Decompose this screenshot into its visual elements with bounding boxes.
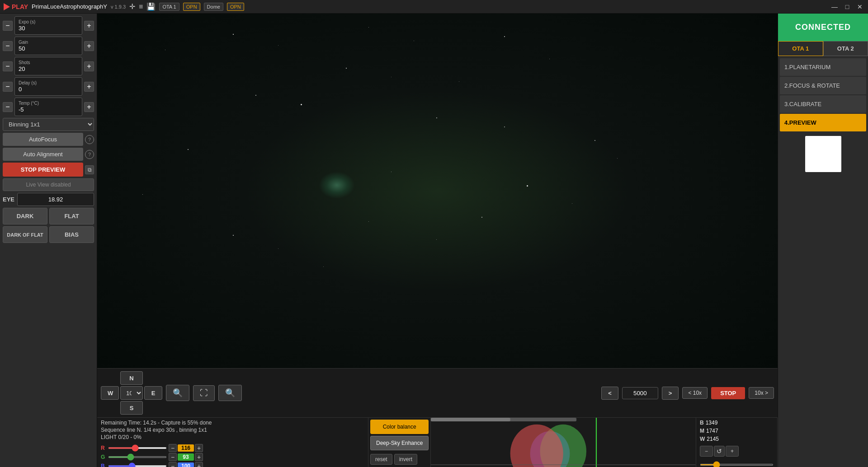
ten-less-button[interactable]: < 10x (682, 387, 708, 399)
autofocus-info-icon[interactable]: ? (85, 135, 94, 144)
ota2-tab[interactable]: OTA 2 (823, 41, 868, 56)
settings-icon[interactable]: ≡ (139, 3, 143, 11)
center-area: N W 101550100 E S 🔍 ⛶ 🔍 < (97, 14, 778, 467)
expo-control: − Expo (s) 30 + (3, 16, 94, 35)
autofocus-button[interactable]: AutoFocus (3, 133, 83, 146)
g-plus-button[interactable]: + (195, 453, 203, 461)
binning-select[interactable]: Binning 1x1 Binning 2x2 Binning 3x3 Binn… (3, 118, 94, 131)
dark-button[interactable]: DARK (3, 208, 47, 224)
m-stat-label: M (700, 428, 704, 434)
expo-minus-button[interactable]: − (3, 21, 13, 31)
r-value-wrap: − 116 + (169, 444, 203, 452)
status-text-area: Remaining Time: 14.2s - Capture is 55% d… (97, 418, 368, 467)
eye-value: 18.92 (17, 193, 94, 206)
live-view-button[interactable]: Live View disabled (3, 178, 94, 191)
temp-plus-button[interactable]: + (84, 102, 94, 112)
r-plus-button[interactable]: + (195, 444, 203, 452)
zoom-in-button[interactable]: 🔍 (166, 385, 189, 401)
minimize-button[interactable]: — (830, 2, 839, 11)
starfield (97, 14, 778, 368)
bottom-range-slider[interactable] (700, 464, 774, 466)
nav-controls: N W 101550100 E S 🔍 ⛶ 🔍 < (97, 368, 778, 417)
reset-button[interactable]: reset (370, 454, 392, 465)
goto-right-button[interactable]: > (662, 387, 679, 400)
b-slider[interactable] (108, 465, 167, 467)
b-stat-row: B 1349 (700, 420, 774, 426)
app-name: PrimaLuceAstrophotographY (32, 3, 107, 10)
rgb-sliders: R − 116 + G − 93 (101, 441, 364, 467)
b-stat-label: B (700, 420, 704, 426)
dome-badge[interactable]: Dome (204, 3, 223, 11)
b-value-wrap: − 100 + (169, 462, 203, 467)
temp-control: − Temp (°C) -5 + (3, 98, 94, 116)
light-progress-text: LIGHT 0/20 - 0% (101, 434, 364, 440)
fullscreen-button[interactable]: ⛶ (193, 385, 215, 401)
bias-button[interactable]: BIAS (49, 226, 94, 243)
dark-of-flat-button[interactable]: DARK OF FLAT (3, 226, 47, 243)
expo-field: Expo (s) 30 (14, 16, 82, 35)
r-slider[interactable] (108, 447, 167, 449)
auto-alignment-info-icon[interactable]: ? (85, 150, 94, 159)
planetarium-menu-item[interactable]: 1.PLANETARIUM (780, 58, 866, 76)
m-stat-value: 1747 (706, 428, 718, 434)
gain-plus-button[interactable]: + (84, 41, 94, 51)
ota1-tab[interactable]: OTA 1 (778, 41, 823, 56)
invert-button[interactable]: invert (394, 454, 417, 465)
ten-more-button[interactable]: 10x > (749, 387, 774, 399)
focus-rotate-menu-item[interactable]: 2.FOCUS & ROTATE (780, 77, 866, 94)
b-minus-button[interactable]: − (169, 462, 177, 467)
cursor-icon[interactable]: ✛ (129, 2, 135, 11)
remaining-time-text: Remaining Time: 14.2s - Capture is 55% d… (101, 420, 364, 426)
flat-button[interactable]: FLAT (49, 208, 94, 224)
refresh-button[interactable]: ↺ (714, 446, 725, 457)
b-value: 100 (178, 462, 194, 467)
g-label: G (101, 454, 106, 460)
south-button[interactable]: S (120, 401, 143, 415)
delay-minus-button[interactable]: − (3, 82, 13, 92)
expo-plus-button[interactable]: + (84, 21, 94, 31)
eye-label: EYE (3, 196, 14, 203)
copy-icon[interactable]: ⧉ (85, 165, 94, 174)
calibrate-menu-item[interactable]: 3.CALIBRATE (780, 95, 866, 113)
preview-thumbnail (805, 136, 841, 172)
delay-plus-button[interactable]: + (84, 82, 94, 92)
g-value: 93 (178, 453, 194, 461)
g-minus-button[interactable]: − (169, 453, 177, 461)
temp-minus-button[interactable]: − (3, 102, 13, 112)
maximize-button[interactable]: □ (843, 2, 852, 11)
shots-plus-button[interactable]: + (84, 61, 94, 71)
stop-button[interactable]: STOP (711, 387, 745, 399)
north-button[interactable]: N (120, 371, 143, 385)
east-button[interactable]: E (144, 386, 162, 400)
gain-value: 50 (19, 45, 78, 52)
stats-minus-button[interactable]: − (700, 446, 713, 457)
r-minus-button[interactable]: − (169, 444, 177, 452)
zoom-out-button[interactable]: 🔍 (218, 385, 242, 401)
histogram-svg (431, 418, 696, 467)
save-icon[interactable]: 💾 (146, 2, 156, 11)
step-select[interactable]: 101550100 (120, 386, 143, 400)
direction-pad: N W 101550100 E S (101, 371, 162, 415)
close-button[interactable]: ✕ (855, 2, 864, 11)
goto-left-button[interactable]: < (601, 387, 618, 400)
b-plus-button[interactable]: + (195, 462, 203, 467)
stats-plus-button[interactable]: + (726, 446, 739, 457)
color-balance-button[interactable]: Color balance (370, 420, 429, 434)
goto-field[interactable] (622, 387, 658, 399)
stop-preview-button[interactable]: STOP PREVIEW (3, 163, 83, 177)
ota1-opn-badge: OPN (183, 3, 200, 11)
auto-alignment-button[interactable]: Auto Alignment (3, 148, 83, 161)
b-label: B (101, 463, 106, 467)
menu-items: 1.PLANETARIUM 2.FOCUS & ROTATE 3.CALIBRA… (778, 56, 868, 467)
preview-menu-item[interactable]: 4.PREVIEW (780, 114, 866, 131)
gain-field: Gain 50 (14, 37, 82, 55)
g-slider[interactable] (108, 456, 167, 458)
ota1-badge[interactable]: OTA 1 (159, 3, 179, 11)
shots-minus-button[interactable]: − (3, 61, 13, 71)
deep-sky-enhance-button[interactable]: Deep-Sky Enhance (370, 436, 429, 450)
gain-minus-button[interactable]: − (3, 41, 13, 51)
w-stat-value: 2145 (707, 436, 719, 442)
app-logo: PLAY (4, 3, 28, 10)
west-button[interactable]: W (101, 386, 119, 400)
bottom-info-row: Remaining Time: 14.2s - Capture is 55% d… (97, 417, 778, 467)
